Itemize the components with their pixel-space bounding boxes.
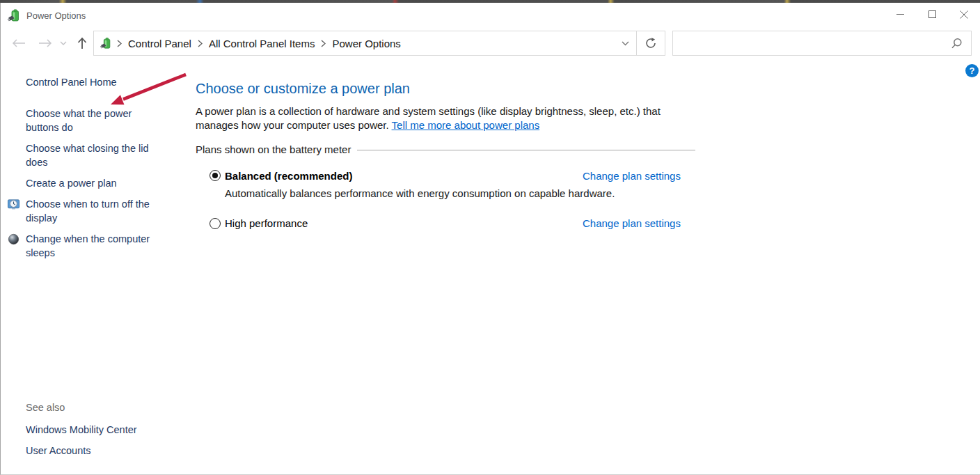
- breadcrumb-power-options[interactable]: Power Options: [331, 38, 402, 49]
- chevron-down-icon: [60, 41, 67, 45]
- sidebar-item-closing-lid[interactable]: Choose what closing the lid does: [26, 141, 149, 169]
- minimize-icon: [896, 10, 904, 18]
- back-arrow-icon: [12, 39, 26, 47]
- minimize-button[interactable]: [884, 3, 916, 26]
- up-button[interactable]: [72, 32, 93, 54]
- address-bar[interactable]: Control Panel All Control Panel Items Po…: [93, 31, 665, 56]
- power-options-battery-icon: [100, 37, 112, 49]
- help-button[interactable]: ?: [965, 64, 979, 77]
- sidebar-item-create-power-plan[interactable]: Create a power plan: [26, 176, 117, 190]
- search-icon[interactable]: [951, 38, 963, 49]
- forward-button[interactable]: [35, 32, 56, 54]
- sidebar-item-control-panel-home[interactable]: Control Panel Home: [26, 75, 117, 89]
- sidebar-item-user-accounts[interactable]: User Accounts: [26, 444, 91, 458]
- refresh-button[interactable]: [637, 31, 665, 55]
- window-controls: [884, 3, 980, 26]
- title-bar: Power Options: [1, 3, 980, 28]
- refresh-icon: [645, 38, 656, 49]
- maximize-icon: [928, 10, 936, 18]
- close-icon: [960, 10, 968, 19]
- breadcrumb-all-control-panel-items[interactable]: All Control Panel Items: [207, 38, 317, 49]
- radio-balanced[interactable]: [210, 170, 221, 181]
- change-plan-settings-link-balanced[interactable]: Change plan settings: [583, 170, 681, 182]
- breadcrumb-chevron-icon[interactable]: [117, 40, 122, 47]
- sleep-icon: [8, 233, 19, 245]
- back-button[interactable]: [8, 32, 29, 54]
- breadcrumb-chevron-icon[interactable]: [198, 40, 203, 47]
- radio-high-performance[interactable]: [210, 218, 221, 229]
- power-options-battery-icon: [7, 8, 21, 22]
- search-box[interactable]: [672, 31, 972, 56]
- forward-arrow-icon: [38, 39, 52, 47]
- navigation-toolbar: Control Panel All Control Panel Items Po…: [1, 28, 980, 59]
- intro-paragraph: A power plan is a collection of hardware…: [196, 104, 676, 132]
- power-options-window: Power Options: [0, 3, 980, 475]
- section-divider: [357, 150, 695, 150]
- maximize-button[interactable]: [916, 3, 948, 26]
- display-clock-icon: [8, 198, 19, 210]
- breadcrumb-control-panel[interactable]: Control Panel: [127, 38, 193, 49]
- recent-pages-button[interactable]: [58, 32, 68, 54]
- see-also-header: See also: [26, 402, 65, 413]
- search-input[interactable]: [679, 33, 951, 54]
- up-arrow-icon: [77, 37, 87, 49]
- address-dropdown-button[interactable]: [614, 31, 636, 55]
- plan-description-balanced: Automatically balances performance with …: [225, 187, 615, 199]
- tell-me-more-link[interactable]: Tell me more about power plans: [392, 119, 540, 131]
- breadcrumb-chevron-icon[interactable]: [321, 40, 326, 47]
- plan-name-balanced[interactable]: Balanced (recommended): [225, 170, 352, 182]
- page-title: Choose or customize a power plan: [196, 81, 410, 97]
- sidebar-item-computer-sleeps[interactable]: Change when the computer sleeps: [26, 232, 150, 260]
- change-plan-settings-link-high-performance[interactable]: Change plan settings: [583, 217, 681, 229]
- plans-section-label: Plans shown on the battery meter: [196, 143, 351, 155]
- sidebar-item-turn-off-display[interactable]: Choose when to turn off the display: [26, 197, 150, 225]
- plan-name-high-performance[interactable]: High performance: [225, 217, 308, 229]
- plans-section-header: Plans shown on the battery meter: [196, 143, 695, 155]
- sidebar-item-windows-mobility-center[interactable]: Windows Mobility Center: [26, 423, 137, 437]
- sidebar-item-power-buttons[interactable]: Choose what the power buttons do: [26, 107, 132, 134]
- chevron-down-icon: [622, 41, 629, 46]
- window-title: Power Options: [26, 10, 86, 21]
- close-button[interactable]: [948, 3, 980, 26]
